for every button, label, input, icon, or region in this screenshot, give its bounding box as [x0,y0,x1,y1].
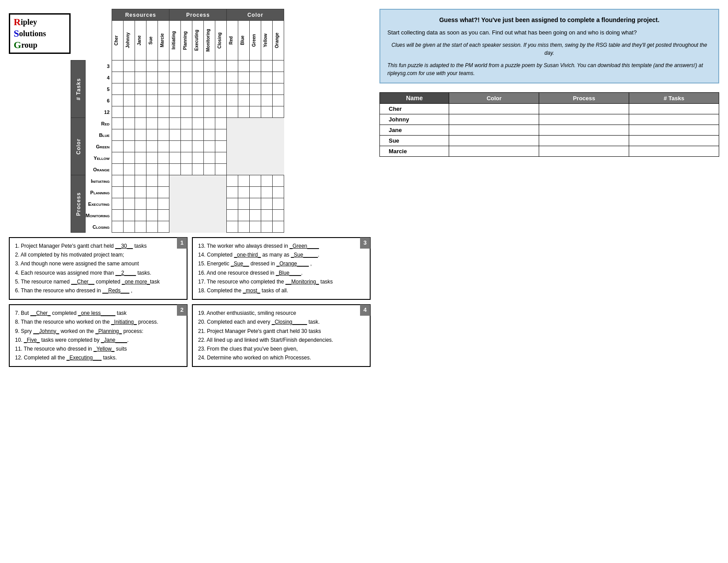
clue-4-6: 24. Determine who worked on which Proces… [198,354,364,362]
summary-color-jane[interactable] [449,125,539,136]
table-row: Color Red [71,118,284,129]
summary-tasks-header: # Tasks [629,93,719,104]
row-3: 3 [86,60,112,72]
row-5: 5 [86,83,112,95]
clue-1-2: 2. All completed by his motivated projec… [15,251,181,259]
summary-color-johnny[interactable] [449,114,539,125]
cell[interactable] [135,60,146,72]
col-executing: Executing [192,22,201,59]
clue-3-6: 18. Completed the _most_ tasks of all. [198,287,364,295]
table-row: Orange [71,164,284,175]
cell[interactable] [204,60,215,72]
cell[interactable] [238,60,250,72]
clue-2-1: 7. But __Cher_ completed _one less_____ … [15,309,181,317]
row-12: 12 [86,106,112,118]
col-closing: Closing [215,22,224,59]
cell[interactable] [273,60,284,72]
clue-2-6: 12. Completed all the _Executing___ task… [15,354,181,362]
summary-process-jane[interactable] [539,125,629,136]
clue-2-4: 10. _Five_ tasks were completed by _Jane… [15,336,181,344]
table-row: Process Initiating [71,175,284,187]
cell[interactable] [192,60,204,72]
row-green: Green [86,141,112,152]
row-red: Red [86,118,112,129]
cell[interactable] [227,60,238,72]
cell[interactable] [181,60,192,72]
cell[interactable] [215,60,227,72]
summary-process-cher[interactable] [539,104,629,114]
clue-3-5: 17. The resource who completed the __Mon… [198,278,364,286]
resources-header: Resources [112,9,169,21]
table-row: Green [71,141,284,152]
clue-3-3: 15. Energetic _Sue__ dressed in _Orange_… [198,260,364,268]
row-6: 6 [86,95,112,106]
clue-4-1: 19. Another enthusiastic, smiling resour… [198,309,364,317]
clue-box-4: 4 19. Another enthusiastic, smiling reso… [192,304,371,367]
clue-2-3: 9. Spry __Johnny_ worked on the _Plannin… [15,327,181,336]
clue-box-2: 2 7. But __Cher_ completed _one less____… [9,304,188,367]
table-row: Executing [71,198,284,210]
box-number-1: 1 [177,238,187,249]
cell[interactable] [261,60,273,72]
summary-tasks-jane[interactable] [629,125,719,136]
summary-tasks-sue[interactable] [629,136,719,146]
summary-name-sue: Sue [380,136,449,146]
info-box: Guess what?! You've just been assigned t… [379,9,719,83]
clue-1-6: 6. Than the resource who dressed in __Re… [15,287,181,295]
clue-4-5: 23. From the clues that you've been give… [198,345,364,353]
logo-r: R [14,16,21,28]
summary-tasks-marcie[interactable] [629,146,719,157]
table-row: Monitoring [71,210,284,221]
summary-process-johnny[interactable] [539,114,629,125]
cell[interactable] [146,60,158,72]
summary-tasks-cher[interactable] [629,104,719,114]
box-number-4: 4 [360,305,370,316]
cell[interactable] [124,60,135,72]
summary-row-cher: Cher [380,104,719,114]
col-orange: Orange [273,22,281,59]
table-row: 6 [71,95,284,106]
info-clue-note: Clues will be given at the start of each… [387,41,711,57]
table-row: 4 [71,72,284,83]
summary-process-marcie[interactable] [539,146,629,157]
color-section-label: Color [71,118,86,175]
cell[interactable] [169,60,181,72]
summary-color-sue[interactable] [449,136,539,146]
col-planning: Planning [181,22,189,59]
logo-g: G [14,39,21,51]
logo-line2: olutions [19,29,46,38]
box-number-3: 3 [360,238,370,249]
summary-row-sue: Sue [380,136,719,146]
logo-line3: roup [21,41,38,50]
summary-process-sue[interactable] [539,136,629,146]
clue-box-3: 3 13. The worker who always dressed in _… [192,237,371,300]
table-row: Planning [71,187,284,198]
table-row: Yellow [71,152,284,164]
cell[interactable] [158,60,169,72]
info-title: Guess what?! You've just been assigned t… [387,15,711,25]
tasks-section-label: # Tasks [71,60,86,118]
row-closing: Closing [86,221,112,233]
col-green: Green [250,22,258,59]
clue-2-2: 8. Than the resource who worked on the _… [15,318,181,326]
row-4: 4 [86,72,112,83]
summary-tasks-johnny[interactable] [629,114,719,125]
summary-process-header: Process [539,93,629,104]
table-row: 12 [71,106,284,118]
col-marcie: Marcie [158,22,166,59]
summary-name-marcie: Marcie [380,146,449,157]
col-johnny: Johnny [124,22,132,59]
table-row: Closing [71,221,284,233]
row-blue: Blue [86,129,112,141]
col-jane: Jane [135,22,143,59]
cell[interactable] [250,60,261,72]
puzzle-grid: Resources Process Color Cher Johnny Jane [71,9,284,233]
col-yellow: Yellow [261,22,270,59]
cell[interactable] [112,60,124,72]
col-cher: Cher [112,22,120,59]
summary-color-cher[interactable] [449,104,539,114]
summary-color-marcie[interactable] [449,146,539,157]
clue-box-1: 1 1. Project Manager Pete's gantt chart … [9,237,188,300]
col-monitoring: Monitoring [204,22,212,59]
logo-s: S [14,28,19,39]
